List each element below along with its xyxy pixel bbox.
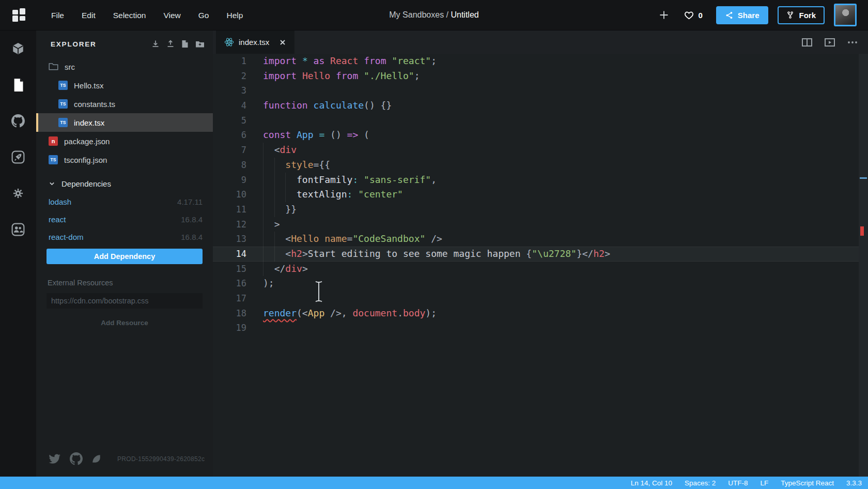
menu-item-help[interactable]: Help bbox=[218, 0, 252, 30]
menu-item-selection[interactable]: Selection bbox=[104, 0, 155, 30]
code-line-11[interactable]: 11}} bbox=[213, 202, 868, 217]
line-number: 4 bbox=[213, 98, 246, 113]
external-resource-input[interactable] bbox=[47, 293, 203, 309]
editor: index.tsx 1import * as React from "react… bbox=[213, 30, 868, 477]
avatar[interactable] bbox=[834, 4, 857, 26]
code-line-17[interactable]: 17 bbox=[213, 291, 868, 306]
new-folder-icon[interactable] bbox=[195, 40, 205, 48]
people-icon bbox=[11, 223, 25, 236]
twitter-icon[interactable] bbox=[48, 453, 61, 465]
menubar: FileEditSelectionViewGoHelp bbox=[42, 0, 252, 30]
menu-item-file[interactable]: File bbox=[42, 0, 73, 30]
code-line-9[interactable]: 9fontFamily: "sans-serif", bbox=[213, 173, 868, 188]
status-encoding[interactable]: UTF-8 bbox=[728, 479, 748, 487]
tree-item-index-tsx[interactable]: TSindex.tsx bbox=[36, 113, 213, 132]
activitybar-item-people[interactable] bbox=[0, 211, 36, 248]
code-line-13[interactable]: 13<Hello name="CodeSandbox" /> bbox=[213, 232, 868, 247]
upload-icon[interactable] bbox=[166, 40, 175, 48]
tree-item-src[interactable]: src bbox=[36, 57, 213, 76]
codesandbox-logo-icon[interactable] bbox=[12, 8, 26, 22]
github-social-icon[interactable] bbox=[70, 452, 83, 465]
code-line-7[interactable]: 7<div bbox=[213, 143, 868, 158]
tab-index-tsx[interactable]: index.tsx bbox=[216, 30, 295, 54]
menu-item-edit[interactable]: Edit bbox=[73, 0, 104, 30]
code-line-content: <Hello name="CodeSandbox" /> bbox=[263, 232, 442, 247]
status-version[interactable]: 3.3.3 bbox=[846, 479, 862, 487]
code-line-14[interactable]: 14<h2>Start editing to see some magic ha… bbox=[213, 247, 868, 262]
tree-item-package-json[interactable]: npackage.json bbox=[36, 132, 213, 150]
like-button[interactable]: 0 bbox=[684, 10, 702, 20]
indent-guide bbox=[285, 187, 297, 202]
new-file-icon[interactable] bbox=[181, 40, 189, 48]
code-line-3[interactable]: 3 bbox=[213, 83, 868, 98]
file-tree: srcTSHello.tsxTSconstants.tsTSindex.tsxn… bbox=[36, 57, 213, 169]
dependency-react[interactable]: react16.8.4 bbox=[36, 210, 213, 228]
share-button[interactable]: Share bbox=[716, 6, 769, 24]
tree-item-constants-ts[interactable]: TSconstants.ts bbox=[36, 95, 213, 113]
fork-button[interactable]: Fork bbox=[778, 6, 825, 24]
heart-icon bbox=[684, 10, 694, 20]
dependency-lodash[interactable]: lodash4.17.11 bbox=[36, 193, 213, 210]
dependency-react-dom[interactable]: react-dom16.8.4 bbox=[36, 228, 213, 246]
rocket-icon bbox=[11, 150, 25, 164]
download-icon[interactable] bbox=[151, 40, 160, 48]
close-icon[interactable] bbox=[279, 39, 286, 46]
activitybar-item-github[interactable] bbox=[0, 103, 36, 139]
external-resources-title: External Resources bbox=[48, 279, 213, 287]
line-number: 15 bbox=[213, 262, 246, 277]
cube-icon bbox=[11, 42, 25, 55]
ts-file-icon: TS bbox=[49, 155, 58, 164]
code-line-15[interactable]: 15</div> bbox=[213, 262, 868, 277]
activitybar-item-rocket[interactable] bbox=[0, 139, 36, 175]
activitybar-item-gear[interactable] bbox=[0, 175, 36, 211]
status-indentation[interactable]: Spaces: 2 bbox=[685, 479, 716, 487]
add-resource-button[interactable]: Add Resource bbox=[36, 319, 213, 327]
share-button-label: Share bbox=[738, 11, 760, 20]
line-number: 5 bbox=[213, 113, 246, 128]
add-dependency-button[interactable]: Add Dependency bbox=[47, 249, 203, 264]
open-preview-icon[interactable] bbox=[825, 38, 835, 47]
code-line-6[interactable]: 6const App = () => ( bbox=[213, 128, 868, 143]
dependencies-list: lodash4.17.11react16.8.4react-dom16.8.4 bbox=[36, 193, 213, 246]
indent-guide bbox=[263, 143, 274, 158]
code-line-2[interactable]: 2import Hello from "./Hello"; bbox=[213, 69, 868, 84]
activitybar-item-file[interactable] bbox=[0, 67, 36, 103]
code-line-10[interactable]: 10textAlign: "center" bbox=[213, 187, 868, 202]
code-line-8[interactable]: 8style={{ bbox=[213, 158, 868, 173]
tree-item-tsconfig-json[interactable]: TStsconfig.json bbox=[36, 150, 213, 169]
more-icon[interactable] bbox=[847, 41, 858, 44]
breadcrumb[interactable]: My Sandboxes / Untitled bbox=[389, 10, 478, 20]
code-line-16[interactable]: 16); bbox=[213, 276, 868, 291]
line-number: 18 bbox=[213, 306, 246, 321]
chevron-down-icon bbox=[49, 180, 55, 187]
code-line-19[interactable]: 19 bbox=[213, 320, 868, 335]
breadcrumb-name: Untitled bbox=[451, 10, 478, 19]
scrollbar-error-marker bbox=[860, 226, 864, 236]
activitybar-item-cube[interactable] bbox=[0, 30, 36, 67]
status-cursor-position[interactable]: Ln 14, Col 10 bbox=[631, 479, 672, 487]
line-number: 14 bbox=[213, 247, 246, 262]
code-line-4[interactable]: 4function calculate() {} bbox=[213, 98, 868, 113]
code-line-1[interactable]: 1import * as React from "react"; bbox=[213, 54, 868, 69]
code-line-18[interactable]: 18render(<App />, document.body); bbox=[213, 306, 868, 321]
line-number: 2 bbox=[213, 69, 246, 84]
new-sandbox-button[interactable] bbox=[656, 7, 672, 23]
editor-actions bbox=[802, 38, 868, 47]
code-line-12[interactable]: 12> bbox=[213, 217, 868, 232]
menu-item-view[interactable]: View bbox=[154, 0, 189, 30]
code-area[interactable]: 1import * as React from "react";2import … bbox=[213, 54, 868, 477]
menu-item-go[interactable]: Go bbox=[190, 0, 218, 30]
split-view-icon[interactable] bbox=[802, 38, 812, 47]
status-line-ending[interactable]: LF bbox=[760, 479, 768, 487]
indent-guide bbox=[274, 158, 286, 173]
scrollbar[interactable] bbox=[859, 54, 868, 477]
code-line-content: <div bbox=[263, 143, 297, 158]
code-line-5[interactable]: 5 bbox=[213, 113, 868, 128]
indent-guide bbox=[263, 158, 274, 173]
spectrum-icon[interactable] bbox=[91, 453, 102, 464]
ts-file-icon: TS bbox=[58, 99, 68, 109]
react-icon bbox=[224, 37, 234, 47]
status-language[interactable]: TypeScript React bbox=[781, 479, 834, 487]
tree-item-Hello-tsx[interactable]: TSHello.tsx bbox=[36, 76, 213, 95]
dependencies-section-header[interactable]: Dependencies bbox=[36, 174, 213, 193]
